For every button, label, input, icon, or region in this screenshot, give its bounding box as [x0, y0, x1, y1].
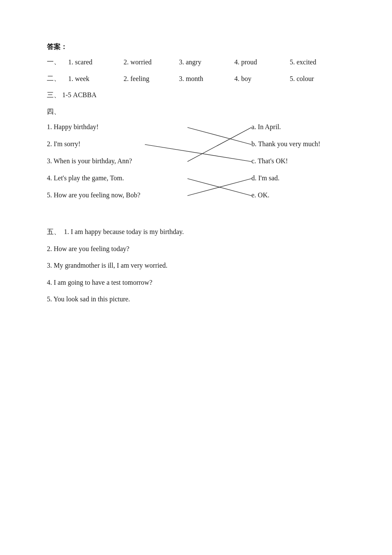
s2-item-1: 1. week: [68, 75, 124, 83]
match-left-4: 4. Let's play the game, Tom.: [47, 174, 192, 182]
section-two-row: 二、 1. week 2. feeling 3. month 4. boy 5.…: [47, 74, 345, 83]
s1-item-2: 2. worried: [124, 58, 179, 66]
section-three-label: 三、: [47, 91, 61, 98]
match-left-5: 5. How are you feeling now, Bob?: [47, 191, 192, 199]
s2-item-2: 2. feeling: [124, 75, 179, 83]
s1-item-4: 4. proud: [234, 58, 290, 66]
svg-line-2: [187, 127, 251, 162]
section-five-sentence-3: 3. My grandmother is ill, I am very worr…: [47, 260, 345, 271]
s2-item-4: 4. boy: [234, 75, 290, 83]
section-one-items: 1. scared 2. worried 3. angry 4. proud 5…: [68, 58, 345, 66]
match-left-3: 3. When is your birthday, Ann?: [47, 157, 192, 165]
match-right-2: b. Thank you very much!: [251, 140, 320, 148]
s1-item-1: 1. scared: [68, 58, 124, 66]
section-five-sentence-2: 2. How are you feeling today?: [47, 243, 345, 254]
s2-item-5: 5. colour: [290, 75, 345, 83]
match-left-2: 2. I'm sorry!: [47, 140, 192, 148]
match-left-1: 1. Happy birthday!: [47, 123, 192, 131]
s1-item-5: 5. excited: [290, 58, 345, 66]
section-two-items: 1. week 2. feeling 3. month 4. boy 5. co…: [68, 75, 345, 83]
match-right-4: d. I'm sad.: [251, 174, 280, 182]
section-two-label: 二、: [47, 74, 68, 83]
s1-item-3: 3. angry: [179, 58, 234, 66]
section-one-label: 一、: [47, 58, 68, 66]
section-five-sentence-1: 1. I am happy because today is my birthd…: [64, 226, 184, 237]
s2-item-3: 3. month: [179, 75, 234, 83]
section-five-sentence-5: 5. You look sad in this picture.: [47, 294, 345, 305]
section-one-row: 一、 1. scared 2. worried 3. angry 4. prou…: [47, 58, 345, 66]
match-right-3: c. That's OK!: [251, 157, 288, 165]
matching-container: 1. Happy birthday! 2. I'm sorry! 3. When…: [47, 123, 345, 217]
section-three: 三、 1-5 ACBBA: [47, 91, 345, 100]
svg-line-3: [187, 179, 251, 196]
section-five-sentence-4: 4. I am going to have a test tomorrow?: [47, 277, 345, 288]
svg-line-4: [187, 179, 251, 196]
section-five-label: 五、: [47, 228, 64, 237]
match-right-5: e. OK.: [251, 191, 269, 199]
section-four-label: 四、: [47, 107, 345, 116]
section-four: 四、 1. Happy birthday! 2. I'm sorry! 3. W…: [47, 107, 345, 217]
svg-line-0: [187, 127, 251, 145]
match-right-1: a. In April.: [251, 123, 281, 131]
answer-title: 答案：: [47, 43, 345, 52]
section-three-content: 1-5 ACBBA: [62, 91, 96, 98]
section-five: 五、 1. I am happy because today is my bir…: [47, 226, 345, 305]
